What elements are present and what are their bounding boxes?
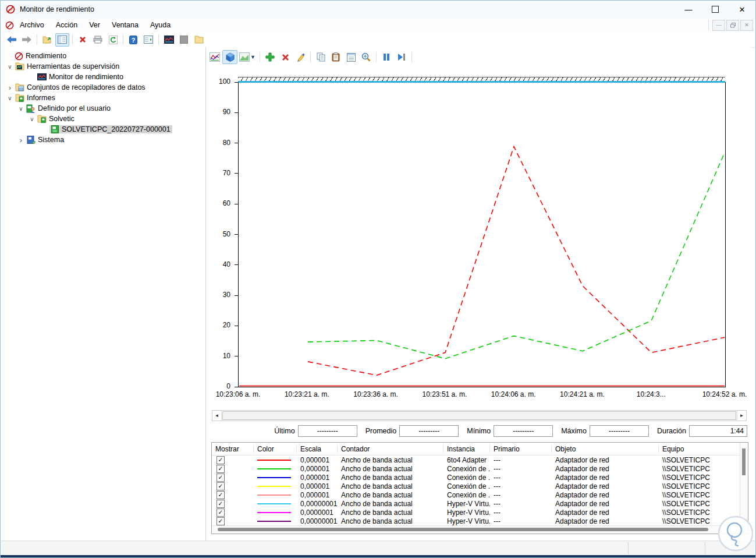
freeze-display-button[interactable] xyxy=(379,50,394,64)
print-button[interactable] xyxy=(91,33,105,47)
column-header-mostrar[interactable]: Mostrar xyxy=(212,444,254,453)
table-row[interactable]: ✓0,000001Ancho de banda actualConexión d… xyxy=(212,482,748,490)
add-counter-button[interactable] xyxy=(262,50,278,64)
primary-cell: --- xyxy=(490,482,552,490)
chevron-down-icon[interactable]: ∨ xyxy=(5,63,15,70)
tree-item-0[interactable]: Rendimiento xyxy=(1,51,205,61)
status-separator xyxy=(628,542,629,554)
show-checkbox[interactable]: ✓ xyxy=(216,500,225,508)
show-checkbox[interactable]: ✓ xyxy=(216,517,225,525)
scroll-left-icon[interactable]: ◄ xyxy=(212,411,222,421)
tree-item-8[interactable]: ›Sistema xyxy=(1,135,205,145)
copy-properties-button[interactable] xyxy=(313,50,328,64)
chart-time-scrollbar[interactable]: ◄ ► xyxy=(212,410,747,421)
menu-ventana[interactable]: Ventana xyxy=(106,21,144,29)
menu-accion[interactable]: Acción xyxy=(50,21,84,29)
chevron-down-icon[interactable]: ∨ xyxy=(16,105,26,112)
tree: Rendimiento∨Herramientas de supervisiónM… xyxy=(1,47,205,145)
scroll-thumb[interactable] xyxy=(222,411,736,420)
tree-item-6[interactable]: ∨Solvetic xyxy=(1,114,205,124)
table-row[interactable]: ✓0,00000001Ancho de banda actualHyper-V … xyxy=(212,517,748,525)
delete-button[interactable] xyxy=(76,33,90,47)
scroll-right-icon[interactable]: ► xyxy=(737,411,746,421)
forward-button[interactable] xyxy=(20,33,34,47)
pane-disabled-button[interactable] xyxy=(177,33,191,47)
tree-item-2[interactable]: Monitor de rendimiento xyxy=(1,72,205,82)
zoom-icon xyxy=(361,52,371,62)
export-button[interactable] xyxy=(40,33,54,47)
show-checkbox[interactable]: ✓ xyxy=(216,465,225,473)
maximize-button[interactable] xyxy=(702,1,729,18)
computer-cell: \\SOLVETICPC xyxy=(659,491,748,499)
column-header-contador[interactable]: Contador xyxy=(338,444,443,453)
scroll-thumb[interactable] xyxy=(218,528,708,531)
forward-icon xyxy=(22,36,32,44)
chart-type-button[interactable]: ▼ xyxy=(237,50,257,64)
column-header-primario[interactable]: Primario xyxy=(490,444,552,453)
refresh-button[interactable] xyxy=(106,33,120,47)
highlight-button[interactable] xyxy=(293,50,308,64)
chevron-right-icon[interactable]: › xyxy=(5,83,15,92)
scale-cell: 0,000001 xyxy=(297,456,338,464)
paste-counter-list-button[interactable] xyxy=(328,50,343,64)
menu-ayuda[interactable]: Ayuda xyxy=(144,21,176,29)
help-button[interactable]: ? xyxy=(126,33,140,47)
show-hide-console-tree-button[interactable] xyxy=(55,33,69,47)
table-row[interactable]: ✓0,000001Ancho de banda actualConexión d… xyxy=(212,473,748,482)
column-header-instancia[interactable]: Instancia xyxy=(443,444,490,453)
counter-table-hscrollbar[interactable] xyxy=(212,525,740,534)
show-checkbox[interactable]: ✓ xyxy=(216,491,225,499)
new-window-button[interactable] xyxy=(192,33,206,47)
counter-table-vscrollbar[interactable] xyxy=(740,443,748,526)
column-header-objeto[interactable]: Objeto xyxy=(552,444,659,453)
mdi-minimize-button[interactable]: — xyxy=(712,20,725,31)
object-cell: Adaptador de red xyxy=(552,456,659,464)
column-header-color[interactable]: Color xyxy=(254,444,297,453)
counter-table-body: ✓0,000001Ancho de banda actual6to4 Adapt… xyxy=(212,455,748,525)
tree-item-3[interactable]: ›Conjuntos de recopiladores de datos xyxy=(1,82,205,93)
scroll-thumb[interactable] xyxy=(742,448,746,475)
minimize-button[interactable]: — xyxy=(675,1,702,18)
mdi-close-button[interactable]: ✕ xyxy=(740,20,753,31)
column-header-equipo[interactable]: Equipo xyxy=(659,444,748,453)
mdi-restore-button[interactable] xyxy=(726,20,739,31)
view-log-data-button[interactable] xyxy=(222,50,237,64)
chart-toolbar: ▼ xyxy=(207,50,414,65)
view-current-activity-button[interactable] xyxy=(207,50,222,64)
show-checkbox[interactable]: ✓ xyxy=(216,508,225,517)
table-row[interactable]: ✓0,0000001Ancho de banda actualHyper-V V… xyxy=(212,508,748,517)
x-tick-label: 10:23:21 a. m. xyxy=(285,390,329,398)
table-row[interactable]: ✓0,000001Ancho de banda actual6to4 Adapt… xyxy=(212,455,748,464)
menu-archivo[interactable]: Archivo xyxy=(14,21,50,29)
menu-ver[interactable]: Ver xyxy=(83,21,106,29)
show-checkbox[interactable]: ✓ xyxy=(216,482,225,490)
update-data-button[interactable] xyxy=(394,50,409,64)
chevron-down-icon[interactable]: ∨ xyxy=(27,116,37,122)
tree-item-1[interactable]: ∨Herramientas de supervisión xyxy=(1,61,205,72)
delete-icon xyxy=(79,36,87,44)
chevron-right-icon[interactable]: › xyxy=(16,136,26,144)
column-header-escala[interactable]: Escala xyxy=(297,444,338,453)
primary-cell: --- xyxy=(490,465,552,473)
delete-counter-button[interactable] xyxy=(278,50,293,64)
show-checkbox[interactable]: ✓ xyxy=(216,456,225,464)
back-button[interactable] xyxy=(5,33,19,47)
tree-item-7[interactable]: SOLVETICPC_20220727-000001 xyxy=(1,124,205,135)
export-icon xyxy=(42,36,52,44)
series-Conexión de ... — Ancho de banda actual xyxy=(308,153,725,359)
close-button[interactable]: ✕ xyxy=(729,1,755,18)
table-row[interactable]: ✓0,00000001Ancho de banda actualHyper-V … xyxy=(212,499,748,508)
show-hide-action-pane-button[interactable] xyxy=(141,33,155,47)
window-title: Monitor de rendimiento xyxy=(20,5,94,13)
perfmon-window-button[interactable] xyxy=(162,33,176,47)
properties-button[interactable] xyxy=(343,50,359,64)
zoom-button[interactable] xyxy=(359,50,374,64)
table-row[interactable]: ✓0,000001Ancho de banda actualConexión d… xyxy=(212,490,748,499)
tree-item-label: Definido por el usuario xyxy=(36,104,112,112)
chevron-down-icon[interactable]: ∨ xyxy=(5,95,15,101)
show-checkbox[interactable]: ✓ xyxy=(216,474,225,482)
tree-item-4[interactable]: ∨Informes xyxy=(1,93,205,103)
tree-item-5[interactable]: ∨Definido por el usuario xyxy=(1,103,205,114)
object-cell: Adaptador de red xyxy=(552,517,659,525)
table-row[interactable]: ✓0,000001Ancho de banda actualConexión d… xyxy=(212,464,748,473)
